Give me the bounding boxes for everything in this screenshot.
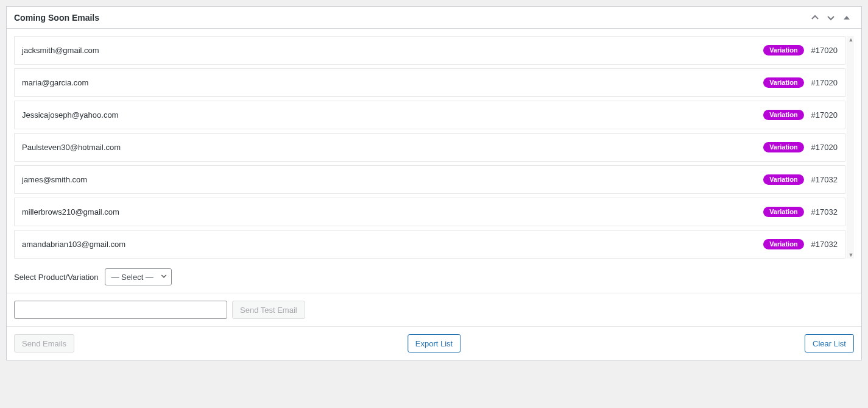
email-list: ▲ ▼ jacksmith@gmail.com Variation #17020… [14,36,854,259]
panel-header: Coming Soon Emails [7,7,861,29]
email-id: #17032 [811,240,838,249]
email-id: #17020 [811,110,838,120]
variation-badge: Variation [763,207,803,217]
export-list-button[interactable]: Export List [408,334,460,353]
email-id: #17020 [811,46,838,55]
select-product-dropdown[interactable]: — Select — [105,268,172,285]
email-id: #17020 [811,143,838,152]
svg-marker-0 [844,16,850,20]
variation-badge: Variation [763,239,803,249]
variation-badge: Variation [763,77,803,88]
panel-footer: Send Emails Export List Clear List [7,327,861,360]
email-address: maria@garcia.com [22,78,88,87]
email-address: Jessicajoseph@yahoo.com [22,110,118,120]
variation-badge: Variation [763,142,803,152]
email-row: james@smith.com Variation #17032 [14,165,845,194]
panel-body: ▲ ▼ jacksmith@gmail.com Variation #17020… [7,29,861,293]
email-row: amandabrian103@gmail.com Variation #1703… [14,230,845,259]
clear-list-button[interactable]: Clear List [805,334,854,353]
collapse-icon[interactable] [839,10,854,25]
email-address: james@smith.com [22,175,87,184]
select-product-value: — Select — [111,273,153,282]
email-address: jacksmith@gmail.com [22,46,99,55]
scroll-down-icon[interactable]: ▼ [847,251,855,259]
scroll-up-icon[interactable]: ▲ [847,36,855,43]
select-product-label: Select Product/Variation [14,273,99,282]
move-down-icon[interactable] [824,10,838,25]
variation-badge: Variation [763,45,803,55]
email-id: #17020 [811,78,838,87]
email-id: #17032 [811,207,838,217]
coming-soon-emails-panel: Coming Soon Emails ▲ ▼ jacksmith@gmail.c… [6,6,862,360]
send-emails-button[interactable]: Send Emails [14,334,74,353]
email-row: Jessicajoseph@yahoo.com Variation #17020 [14,101,845,129]
email-address: millerbrows210@gmail.com [22,207,119,217]
panel-header-controls [808,10,854,25]
email-address: amandabrian103@gmail.com [22,240,125,249]
email-row: maria@garcia.com Variation #17020 [14,68,845,97]
chevron-down-icon [160,273,168,282]
email-row: millerbrows210@gmail.com Variation #1703… [14,198,845,226]
variation-badge: Variation [763,174,803,185]
send-test-email-button[interactable]: Send Test Email [232,301,305,319]
move-up-icon[interactable] [808,10,822,25]
variation-badge: Variation [763,110,803,120]
email-row: Paulsteven30@hotmail.com Variation #1702… [14,133,845,162]
test-email-section: Send Test Email [7,293,861,327]
test-email-input[interactable] [14,301,227,319]
list-scrollbar[interactable]: ▲ ▼ [847,36,854,259]
email-id: #17032 [811,175,838,184]
email-row: jacksmith@gmail.com Variation #17020 [14,36,845,65]
select-product-row: Select Product/Variation — Select — [14,268,854,285]
email-address: Paulsteven30@hotmail.com [22,143,121,152]
panel-title: Coming Soon Emails [14,13,99,23]
